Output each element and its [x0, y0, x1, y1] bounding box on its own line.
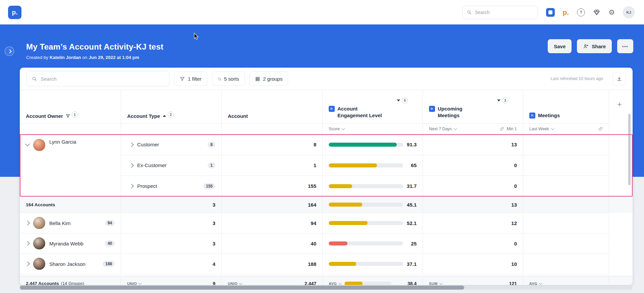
- sort-asc-icon: [163, 115, 166, 117]
- count-badge: 1: [208, 162, 215, 168]
- table-row[interactable]: Customer 8 8 91.3 13: [121, 134, 609, 155]
- sort-priority-badge: 3: [502, 97, 508, 103]
- owner-cell-lynn-garcia[interactable]: Lynn Garcia: [20, 134, 121, 197]
- meetings-value: [523, 254, 609, 274]
- data-table: Account Owner 1 Account Type 2: [20, 90, 633, 285]
- table-row-myranda-webb[interactable]: Myranda Webb 40 3 40 25 0: [20, 233, 633, 254]
- engagement-score: 65: [411, 162, 417, 168]
- filters-button[interactable]: 1 filter: [174, 72, 207, 86]
- column-header-account[interactable]: Account: [222, 90, 323, 124]
- blue-app-icon[interactable]: [546, 8, 555, 17]
- chevron-down-icon: [454, 127, 457, 130]
- account-aggregate-select[interactable]: UNIQ: [228, 282, 242, 285]
- table-row-sharon-jackson[interactable]: Sharon Jackson 188 4 188 37.1 10: [20, 254, 633, 274]
- gem-icon[interactable]: [593, 9, 600, 16]
- chevron-right-icon: [129, 142, 134, 147]
- chevron-right-icon: [25, 241, 30, 246]
- upcoming-aggregate-select[interactable]: SUM: [429, 282, 442, 285]
- meetings-value: [523, 155, 609, 176]
- subheader-lastweek-select[interactable]: Last Week: [523, 124, 609, 134]
- type-aggregate-value: 9: [213, 281, 215, 285]
- more-options-button[interactable]: ⋯: [617, 39, 633, 53]
- subheader-type: [121, 124, 222, 134]
- sort-priority-badge: 2: [168, 112, 174, 118]
- account-count: 8: [222, 134, 323, 155]
- upcoming-meetings-value: 0: [423, 233, 523, 254]
- engagement-bar-track: [329, 262, 403, 266]
- column-header-upcoming-meetings[interactable]: P. Upcoming Meetings 3: [423, 90, 523, 124]
- sort-arrows-icon: ↑↓: [218, 76, 221, 81]
- global-search-input[interactable]: Search: [462, 6, 538, 19]
- account-aggregate-value: 2,447: [305, 281, 316, 285]
- save-button[interactable]: Save: [548, 39, 572, 53]
- table-row-bella-kim[interactable]: Bella Kim 94 3 94 52.1 12: [20, 213, 633, 233]
- engagement-score: 37.1: [407, 261, 417, 267]
- engagement-bar-track: [329, 163, 403, 167]
- table-subheader-row: Score Next 7 Days Min 1 Last Week: [20, 124, 633, 134]
- chevron-down-icon: [439, 281, 442, 285]
- upcoming-meetings-value: 0: [423, 176, 523, 197]
- horizontal-scrollbar-thumb[interactable]: [20, 286, 464, 290]
- engagement-score: 91.3: [407, 142, 417, 147]
- chevron-down-icon: [139, 281, 142, 285]
- column-header-meetings[interactable]: P. Meetings: [523, 90, 609, 124]
- table-header-row: Account Owner 1 Account Type 2: [20, 90, 633, 124]
- table-toolbar: Search 1 filter ↑↓ 5 sorts ▦ 2 groups La…: [20, 68, 633, 90]
- account-count: 188: [222, 254, 323, 274]
- table-search-input[interactable]: Search: [26, 71, 169, 86]
- table-row[interactable]: Prospect 155 155 31.7 0: [121, 176, 609, 197]
- share-button[interactable]: Share: [577, 39, 612, 53]
- pocus-field-icon: P.: [429, 106, 435, 112]
- account-count: 1: [222, 155, 323, 176]
- meetings-value: [523, 197, 609, 213]
- chevron-right-icon: [129, 184, 134, 188]
- subheader-account: [222, 124, 323, 134]
- download-button[interactable]: [612, 72, 626, 85]
- engagement-bar-track: [329, 143, 403, 147]
- sidebar-expand-button[interactable]: [5, 47, 14, 56]
- type-count: 3: [121, 197, 222, 213]
- type-aggregate-select[interactable]: UNIQ: [127, 282, 141, 285]
- column-header-account-owner[interactable]: Account Owner 1: [20, 90, 121, 124]
- groups-button[interactable]: ▦ 2 groups: [250, 72, 288, 86]
- subheader-score-select[interactable]: Score: [323, 124, 423, 134]
- sort-priority-badge: 1: [72, 112, 78, 118]
- subheader-owner: [20, 124, 121, 134]
- add-column-button[interactable]: +: [615, 100, 624, 109]
- engagement-score: 31.7: [407, 183, 417, 189]
- score-aggregate-select[interactable]: AVG: [329, 282, 341, 285]
- meetings-aggregate-select[interactable]: AVG: [529, 282, 542, 285]
- group-subrows: Customer 8 8 91.3 13: [121, 134, 609, 197]
- engagement-bar-fill: [329, 203, 362, 207]
- type-count: 4: [121, 254, 222, 274]
- horizontal-scrollbar-track[interactable]: [20, 286, 633, 290]
- grand-total-label: 2,447 Accounts: [26, 281, 59, 285]
- engagement-bar-fill: [329, 262, 356, 266]
- subheader-next7days-select[interactable]: Next 7 Days Min 1: [423, 124, 523, 134]
- groups-count-label: (14 Groups): [61, 281, 84, 285]
- user-avatar[interactable]: KJ: [623, 6, 635, 18]
- link-icon: [598, 127, 603, 131]
- engagement-bar-fill: [329, 241, 347, 245]
- upcoming-meetings-value: 10: [423, 254, 523, 274]
- engagement-bar-track: [344, 282, 391, 285]
- pocus-orange-logo[interactable]: p.: [563, 9, 569, 16]
- engagement-bar-track: [329, 241, 403, 245]
- created-date: Jun 29, 2022 at 1:04 pm: [89, 55, 139, 60]
- upcoming-meetings-value: 12: [423, 213, 523, 233]
- account-count: 94: [222, 213, 323, 233]
- column-header-account-type[interactable]: Account Type 2: [121, 90, 222, 124]
- created-by-name: Katelin Jordan: [50, 55, 81, 60]
- account-count: 40: [222, 233, 323, 254]
- engagement-score: 25: [411, 241, 417, 246]
- help-icon[interactable]: ?: [577, 8, 585, 16]
- filter-icon: [180, 76, 185, 81]
- column-header-engagement[interactable]: P. Account Engagement Level 5: [323, 90, 423, 124]
- sorts-button[interactable]: ↑↓ 5 sorts: [212, 72, 245, 86]
- group-summary-row: 164 Accounts 3 164 45.1 13: [20, 197, 633, 213]
- engagement-bar-fill: [329, 184, 352, 188]
- table-row[interactable]: Ex-Customer 1 1 65 0: [121, 155, 609, 176]
- gear-icon[interactable]: ⚙: [608, 9, 615, 16]
- app-logo[interactable]: p.: [8, 6, 21, 19]
- vertical-scrollbar[interactable]: [628, 114, 631, 185]
